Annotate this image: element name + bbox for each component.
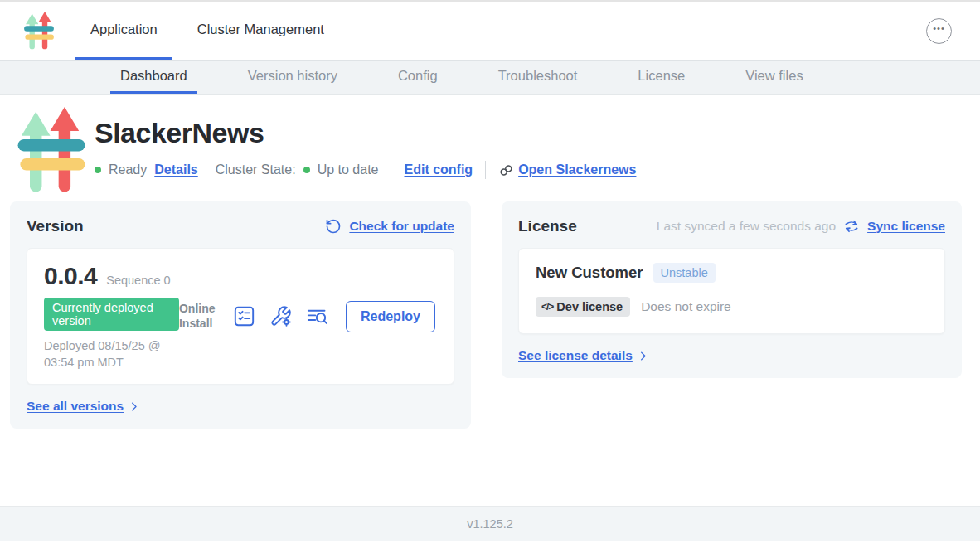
- license-type-label: Dev license: [556, 300, 623, 313]
- subnav-view-files-label: View files: [745, 68, 803, 84]
- subnav-item-config[interactable]: Config: [388, 61, 448, 94]
- chevron-right-icon: [128, 400, 140, 413]
- license-card: License Last synced a few seconds ago Sy…: [502, 201, 962, 378]
- app-header: SlackerNews Ready Details Cluster State:…: [0, 95, 980, 193]
- code-icon: </>: [541, 301, 553, 313]
- channel-badge: Unstable: [653, 263, 716, 283]
- version-number: 0.0.4: [44, 262, 97, 290]
- install-type-label: Online Install: [179, 302, 219, 331]
- license-panel: New Customer Unstable </> Dev license Do…: [518, 248, 945, 334]
- version-card-title: Version: [27, 217, 84, 235]
- more-menu-button[interactable]: •••: [926, 18, 952, 44]
- app-logo-large: [15, 107, 88, 193]
- subnav-item-version-history[interactable]: Version history: [238, 61, 347, 94]
- app-status-row: Ready Details Cluster State: Up to date …: [95, 161, 636, 179]
- customer-name: New Customer: [536, 264, 643, 282]
- app-status-text: Ready: [109, 162, 147, 177]
- preflight-checks-icon[interactable]: [233, 305, 255, 327]
- page-title: SlackerNews: [95, 117, 636, 149]
- deployed-badge: Currently deployed version: [44, 298, 179, 331]
- chevron-right-icon: [637, 350, 649, 362]
- app-logo-icon: [22, 12, 56, 50]
- slackernews-logo-large-icon: [15, 107, 88, 193]
- license-type-badge: </> Dev license: [536, 297, 630, 317]
- current-version-panel: 0.0.4 Sequence 0 Currently deployed vers…: [27, 248, 454, 385]
- see-all-versions-link[interactable]: See all versions: [27, 399, 124, 414]
- app-subnav: Dashboard Version history Config Trouble…: [0, 60, 980, 95]
- ellipsis-icon: •••: [933, 24, 945, 33]
- tab-application-label: Application: [90, 22, 158, 37]
- divider: [391, 161, 391, 179]
- deployed-timestamp: Deployed 08/15/25 @ 03:54 pm MDT: [44, 338, 179, 371]
- subnav-config-label: Config: [398, 68, 438, 84]
- license-expiry-text: Does not expire: [641, 299, 731, 314]
- tab-cluster-management[interactable]: Cluster Management: [182, 2, 339, 60]
- divider: [485, 161, 486, 179]
- subnav-item-view-files[interactable]: View files: [735, 61, 813, 94]
- subnav-item-troubleshoot[interactable]: Troubleshoot: [488, 61, 588, 94]
- chain-link-icon: [498, 162, 514, 178]
- dashboard-cards: Version Check for update 0.0.4 Sequ: [0, 193, 980, 429]
- open-app-link[interactable]: Open Slackernews: [498, 162, 636, 178]
- sync-license-link[interactable]: Sync license: [867, 219, 945, 234]
- open-app-label: Open Slackernews: [518, 162, 636, 177]
- tab-application[interactable]: Application: [75, 2, 172, 60]
- subnav-license-label: License: [638, 68, 685, 84]
- subnav-item-license[interactable]: License: [628, 61, 695, 94]
- cluster-state-dot: [303, 167, 310, 173]
- subnav-troubleshoot-label: Troubleshoot: [498, 68, 578, 84]
- refresh-icon: [325, 218, 342, 235]
- subnav-item-dashboard[interactable]: Dashboard: [110, 61, 197, 94]
- see-license-details-link[interactable]: See license details: [518, 348, 633, 363]
- license-card-title: License: [518, 217, 577, 235]
- sync-arrows-icon: [843, 218, 860, 235]
- view-logs-icon[interactable]: [306, 305, 328, 327]
- check-for-update-link[interactable]: Check for update: [349, 219, 454, 234]
- cluster-state-text: Up to date: [318, 162, 379, 177]
- version-sequence: Sequence 0: [106, 274, 170, 287]
- tab-cluster-management-label: Cluster Management: [197, 22, 324, 37]
- redeploy-button[interactable]: Redeploy: [346, 301, 435, 332]
- last-synced-text: Last synced a few seconds ago: [657, 219, 836, 234]
- edit-config-link[interactable]: Edit config: [404, 162, 473, 177]
- top-bar: Application Cluster Management •••: [0, 2, 980, 60]
- version-card: Version Check for update 0.0.4 Sequ: [10, 201, 471, 429]
- admin-console-page: Application Cluster Management ••• Dashb…: [0, 0, 980, 543]
- primary-tabs: Application Cluster Management: [75, 2, 349, 60]
- config-wrench-icon[interactable]: [269, 305, 292, 327]
- app-status-dot: [95, 167, 101, 173]
- slackernews-logo-icon: [22, 12, 56, 50]
- subnav-dashboard-label: Dashboard: [120, 68, 187, 84]
- console-footer: v1.125.2: [0, 506, 980, 541]
- subnav-version-history-label: Version history: [248, 68, 337, 84]
- cluster-state-label: Cluster State:: [216, 162, 296, 177]
- console-version-text: v1.125.2: [467, 517, 513, 531]
- status-details-link[interactable]: Details: [154, 162, 197, 177]
